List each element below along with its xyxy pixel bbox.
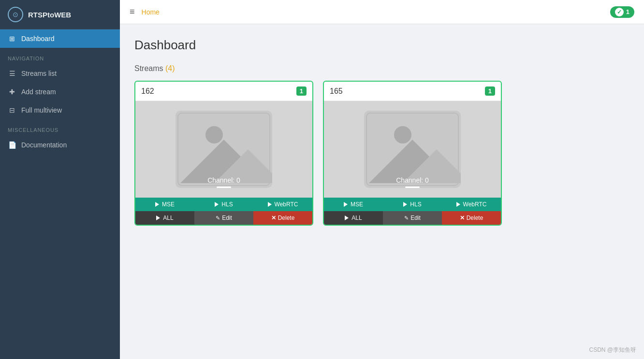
sidebar-item-full-multiview[interactable]: ⊟ Full multiview [0,101,120,119]
delete-button-162[interactable]: ✕ Delete [253,211,312,225]
mse-button-162[interactable]: MSE [135,198,194,211]
edit-button-162[interactable]: ✎ Edit [194,211,253,225]
delete-icon-165: ✕ [460,215,465,221]
webrtc-button-165[interactable]: WebRTC [442,198,501,211]
sidebar-logo: ⊙ RTSPtoWEB [0,0,120,29]
play-icon-mse-165 [344,202,348,207]
app-name: RTSPtoWEB [28,11,71,19]
badge-circle: ✓ [615,8,624,16]
hls-button-162[interactable]: HLS [194,198,253,211]
play-icon-webrtc-165 [456,202,460,207]
card-badge-162: 1 [296,86,307,96]
sidebar-item-streams-list-label: Streams list [21,70,57,77]
channel-line-162 [217,187,231,188]
play-icon-all-162 [156,215,160,220]
svg-point-1 [205,126,223,144]
topbar-right: ✓ 1 [610,6,634,18]
card-badge-165: 1 [485,86,495,96]
sidebar-item-dashboard-label: Dashboard [21,35,55,43]
card-title-165: 165 [330,87,343,96]
nav-section-label: NAVIGATION [0,48,120,64]
main-area: ≡ Home ✓ 1 Dashboard Streams (4) 162 1 [120,0,644,359]
mse-button-165[interactable]: MSE [324,198,383,211]
card-title-162: 162 [141,87,154,96]
sidebar-item-full-multiview-label: Full multiview [21,106,62,114]
streams-label: Streams [134,64,163,72]
sidebar-item-documentation[interactable]: 📄 Documentation [0,136,120,154]
content-area: Dashboard Streams (4) 162 1 [120,24,644,359]
edit-icon-162: ✎ [216,215,220,221]
menu-icon[interactable]: ≡ [130,7,135,17]
stream-card-165: 165 1 Channel: 0 [323,81,502,226]
play-icon-webrtc-162 [268,202,272,207]
sidebar-item-dashboard[interactable]: ⊞ Dashboard [0,29,120,48]
sidebar-item-add-stream-label: Add stream [21,88,56,96]
channel-label-165: Channel: 0 [396,176,429,184]
card-actions-row1-162: MSE HLS WebRTC [135,198,312,211]
sidebar: ⊙ RTSPtoWEB ⊞ Dashboard NAVIGATION ☰ Str… [0,0,120,359]
play-icon-hls-162 [215,202,219,207]
sidebar-item-streams-list[interactable]: ☰ Streams list [0,64,120,83]
card-thumbnail-165: Channel: 0 [324,101,501,198]
add-stream-icon: ✚ [8,88,16,96]
streams-list-icon: ☰ [8,70,16,77]
sidebar-item-add-stream[interactable]: ✚ Add stream [0,83,120,101]
play-icon-mse-162 [155,202,159,207]
channel-line-165 [405,187,420,188]
edit-button-165[interactable]: ✎ Edit [383,211,442,225]
watermark: CSDN @李知鱼呀 [589,346,636,354]
webrtc-button-162[interactable]: WebRTC [253,198,312,211]
edit-icon-165: ✎ [404,215,409,221]
card-actions-row1-165: MSE HLS WebRTC [324,198,501,211]
sidebar-item-documentation-label: Documentation [21,141,67,149]
hls-button-165[interactable]: HLS [383,198,442,211]
streams-header: Streams (4) [134,64,629,73]
dashboard-icon: ⊞ [8,35,16,43]
play-icon-all-165 [345,215,349,220]
card-header-162: 162 1 [135,82,312,101]
app-logo-icon: ⊙ [8,7,23,22]
play-icon-hls-165 [403,202,407,207]
channel-label-162: Channel: 0 [207,176,240,184]
card-actions-row2-162: ALL ✎ Edit ✕ Delete [135,211,312,225]
topbar-badge: ✓ 1 [610,6,634,18]
card-thumbnail-162: Channel: 0 [135,101,312,198]
topbar: ≡ Home ✓ 1 [120,0,644,24]
misc-section-label: MISCELLANEOUS [0,119,120,136]
delete-icon-162: ✕ [271,215,276,221]
all-button-162[interactable]: ALL [135,211,194,225]
delete-button-165[interactable]: ✕ Delete [442,211,501,225]
cards-grid: 162 1 Channel: 0 [134,81,629,226]
documentation-icon: 📄 [8,141,16,149]
all-button-165[interactable]: ALL [324,211,383,225]
breadcrumb: Home [142,8,160,16]
full-multiview-icon: ⊟ [8,106,16,114]
page-title: Dashboard [134,38,629,53]
streams-count: (4) [165,64,175,72]
svg-point-6 [394,126,411,144]
stream-card-162: 162 1 Channel: 0 [134,81,313,226]
badge-count: 1 [626,8,629,15]
card-actions-row2-165: ALL ✎ Edit ✕ Delete [324,211,501,225]
card-header-165: 165 1 [324,82,501,101]
